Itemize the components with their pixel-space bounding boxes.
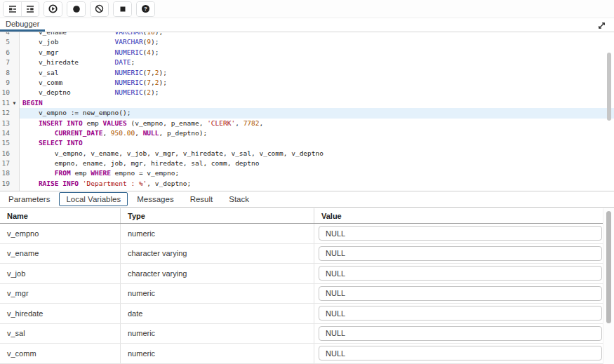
fold-gutter [10,128,19,138]
editor-vertical-scrollbar[interactable] [607,53,611,121]
code-text: v_sal NUMERIC(7,2); [20,68,614,78]
line-number: 10 [0,88,10,97]
stop-icon [119,5,127,13]
variable-row-v_ename: v_enamecharacter varying [0,244,614,264]
column-header-name[interactable]: Name [0,208,121,223]
tab-debugger-label: Debugger [6,20,39,28]
variable-value-cell [314,224,602,243]
line-number: 7 [0,58,10,67]
toggle-breakpoint-button[interactable] [67,2,85,16]
fold-gutter [10,88,19,97]
variable-type: numeric [121,344,314,363]
grid-vertical-scrollbar[interactable] [606,211,611,323]
value-input[interactable] [319,326,602,341]
code-line-13[interactable]: 13 INSERT INTO emp VALUES (v_empno, p_en… [0,119,614,128]
tab-stack[interactable]: Stack [222,192,256,206]
gutter-line-11[interactable]: 11▼ [0,98,20,108]
gutter-line-18[interactable]: 18 [0,168,20,178]
gutter-line-17[interactable]: 17 [0,159,20,168]
variable-row-v_sal: v_salnumeric [0,324,614,344]
code-text: v_job VARCHAR(9); [20,37,614,47]
tab-local-variables[interactable]: Local Variables [59,192,128,206]
value-input[interactable] [319,306,602,321]
code-text: INSERT INTO emp VALUES (v_empno, p_ename… [20,119,614,128]
clear-all-breakpoints-icon [95,4,104,13]
fold-gutter [10,149,19,159]
gutter-line-5[interactable]: 5 [0,37,20,47]
gutter-line-16[interactable]: 16 [0,149,20,159]
variable-name: v_mgr [0,284,121,304]
fold-gutter [10,179,19,189]
clear-all-breakpoints-button[interactable] [91,2,108,16]
code-line-16[interactable]: 16 v_empno, v_ename, v_job, v_mgr, v_hir… [0,149,614,159]
gutter-line-6[interactable]: 6 [0,48,20,58]
line-number: 19 [0,179,10,189]
column-header-value[interactable]: Value [314,208,602,223]
variable-type: numeric [121,224,314,243]
variable-name: v_job [0,264,121,283]
panel-tabs: ParametersLocal VariablesMessagesResultS… [1,192,258,206]
code-line-7[interactable]: 7 v_hiredate DATE; [0,58,614,67]
continue-button[interactable] [44,2,62,16]
help-button-group: ? [136,1,155,17]
tab-result[interactable]: Result [183,192,220,206]
step-over-button[interactable] [21,2,39,16]
variable-row-v_mgr: v_mgrnumeric [0,284,614,304]
code-line-15[interactable]: 15 SELECT INTO [0,138,614,148]
code-line-12[interactable]: 12 v_empno := new_empno(); [0,108,614,118]
help-button[interactable]: ? [137,2,154,16]
editor-expand-button[interactable] [596,20,606,30]
gutter-line-13[interactable]: 13 [0,119,20,128]
code-line-10[interactable]: 10 v_deptno NUMERIC(2); [0,88,614,97]
code-line-4[interactable]: 4 v_ename VARCHAR(10); [0,32,614,37]
variable-value-cell [314,344,602,363]
code-line-19[interactable]: 19 RAISE INFO 'Department : %', v_deptno… [0,179,614,189]
value-input[interactable] [319,226,602,241]
variable-name: v_hiredate [0,304,121,323]
grid-body: v_empnonumericv_enamecharacter varyingv_… [0,224,614,364]
code-text: v_empno := new_empno(); [20,108,614,118]
gutter-line-15[interactable]: 15 [0,138,20,148]
line-number: 9 [0,78,10,88]
tab-messages[interactable]: Messages [130,192,180,206]
code-editor[interactable]: 4 v_ename VARCHAR(10);5 v_job VARCHAR(9)… [0,32,614,191]
variable-name: v_ename [0,244,121,264]
gutter-line-4[interactable]: 4 [0,32,20,37]
gutter-line-10[interactable]: 10 [0,88,20,97]
fold-marker-icon[interactable]: ▼ [10,98,19,108]
gutter-line-8[interactable]: 8 [0,68,20,78]
variable-value-cell [314,244,602,264]
gutter-line-14[interactable]: 14 [0,128,20,138]
value-input[interactable] [319,266,602,281]
gutter-line-7[interactable]: 7 [0,58,20,67]
fold-gutter [10,168,19,178]
column-header-type[interactable]: Type [121,208,314,223]
tab-debugger[interactable]: Debugger [0,18,45,32]
value-input[interactable] [319,286,602,301]
debugger-toolbar: ? [0,0,614,18]
value-input[interactable] [319,346,602,360]
step-into-button[interactable] [4,2,21,16]
code-line-17[interactable]: 17 empno, ename, job, mgr, hiredate, sal… [0,159,614,168]
gutter-line-9[interactable]: 9 [0,78,20,88]
code-line-11[interactable]: 11▼BEGIN [0,98,614,108]
continue-icon [48,4,58,13]
stop-button[interactable] [114,2,131,16]
code-area: 4 v_ename VARCHAR(10);5 v_job VARCHAR(9)… [0,32,614,191]
gutter-line-12[interactable]: 12 [0,108,20,118]
code-line-8[interactable]: 8 v_sal NUMERIC(7,2); [0,68,614,78]
gutter-line-19[interactable]: 19 [0,179,20,189]
toggle-breakpoint-icon [72,5,81,13]
variable-value-cell [314,284,602,304]
code-line-14[interactable]: 14 CURRENT_DATE, 950.00, NULL, p_deptno)… [0,128,614,138]
code-line-18[interactable]: 18 FROM emp WHERE empno = v_empno; [0,168,614,178]
svg-text:?: ? [144,6,147,12]
variable-value-cell [314,264,602,283]
variable-type: numeric [121,324,314,344]
code-line-6[interactable]: 6 v_mgr NUMERIC(4); [0,48,614,58]
code-line-5[interactable]: 5 v_job VARCHAR(9); [0,37,614,47]
tab-parameters[interactable]: Parameters [1,192,57,206]
value-input[interactable] [319,246,602,261]
code-line-9[interactable]: 9 v_comm NUMERIC(7,2); [0,78,614,88]
grid-scrollbar-track[interactable] [603,208,614,364]
